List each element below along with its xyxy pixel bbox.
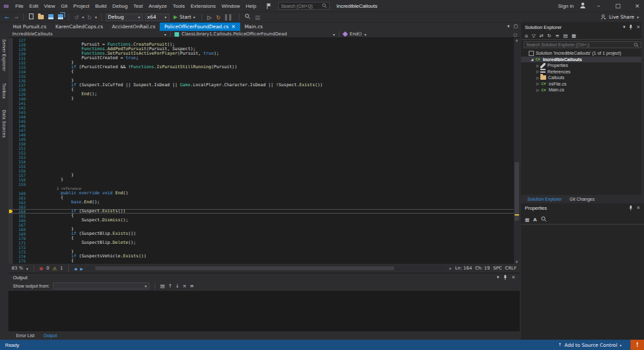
line-number[interactable]: 167 — [8, 223, 30, 227]
notification-indicator[interactable]: ! — [630, 340, 644, 350]
code-line[interactable]: 151 — [8, 146, 514, 151]
line-number[interactable]: 155 — [8, 164, 30, 169]
redo-icon[interactable]: ↻ — [86, 14, 93, 21]
code-line[interactable]: 146 — [8, 124, 514, 128]
warning-count-icon[interactable]: ⚠ — [53, 266, 57, 272]
code-line[interactable]: 147 — [8, 128, 514, 133]
editor-horizontal-scrollbar[interactable] — [88, 266, 444, 271]
close-icon[interactable]: × — [231, 24, 236, 30]
line-number[interactable]: 174 — [8, 254, 30, 259]
menu-view[interactable]: View — [41, 3, 58, 9]
add-to-source-control-button[interactable]: Add to Source Control — [564, 342, 617, 348]
code-line[interactable]: 159 — [8, 182, 514, 187]
tree-item-callouts[interactable]: ▷Callouts — [521, 75, 644, 81]
code-line[interactable]: 155 — [8, 164, 514, 169]
code-line[interactable]: 133 if (PursuitCreated && !Functions.IsP… — [8, 65, 514, 69]
properties-icon[interactable]: ▦ — [572, 33, 576, 39]
line-number[interactable]: 146 — [8, 124, 30, 128]
expander-icon[interactable]: ▷ — [535, 88, 540, 92]
line-number[interactable]: 161 — [8, 196, 30, 200]
line-number[interactable]: 138 — [8, 88, 30, 92]
tree-item-solution-incrediblecallouts-1-of-1-project[interactable]: Solution 'IncredibleCallouts' (1 of 1 pr… — [521, 50, 644, 57]
breadcrumb-type-dropdown[interactable]: ClassLibrary1.Callouts.PoliceOfficerFoun… — [171, 31, 339, 37]
line-number[interactable]: 140 — [8, 97, 30, 101]
pin-icon[interactable] — [629, 24, 633, 30]
code-line[interactable]: 135 — [8, 74, 514, 78]
line-number[interactable]: 158 — [8, 178, 30, 182]
code-line[interactable]: 152 — [8, 151, 514, 155]
tree-item-inifile-cs[interactable]: ▷C#IniFile.cs — [521, 81, 644, 88]
scroll-up-icon[interactable]: ▲ — [514, 38, 520, 42]
tab-main-cs[interactable]: Main.cs — [240, 23, 267, 31]
line-number[interactable]: 156 — [8, 169, 30, 173]
menu-edit[interactable]: Edit — [26, 3, 41, 9]
code-line[interactable]: 141 — [8, 101, 514, 106]
line-number[interactable]: 171 — [8, 241, 30, 245]
sign-in-link[interactable]: Sign in — [558, 3, 574, 9]
line-number[interactable]: 159 — [8, 182, 30, 187]
line-number[interactable]: 128 — [8, 42, 30, 47]
menu-debug[interactable]: Debug — [109, 3, 131, 9]
navigate-backward-icon[interactable]: ← — [3, 14, 10, 21]
spaces-indicator[interactable]: SPC — [493, 266, 502, 271]
find-in-files-icon[interactable] — [243, 14, 252, 21]
output-content[interactable] — [8, 291, 520, 331]
expander-icon[interactable]: ◢ — [529, 57, 535, 61]
show-all-files-icon[interactable]: ≡ — [555, 33, 559, 39]
solution-explorer-sync-icon[interactable]: ▤ — [254, 14, 261, 21]
menu-analyze[interactable]: Analyze — [146, 3, 169, 9]
live-share-button[interactable]: Live Share ▾ — [601, 14, 644, 20]
menu-help[interactable]: Help — [243, 3, 259, 9]
menu-build[interactable]: Build — [92, 3, 109, 9]
scrollbar-thumb[interactable] — [95, 266, 394, 270]
side-tab-server-explorer[interactable]: Server Explorer — [2, 39, 6, 71]
scroll-right-icon[interactable]: ▶ — [450, 266, 452, 270]
line-number[interactable]: 143 — [8, 110, 30, 115]
editor-vertical-scrollbar[interactable]: ▲ ▼ — [514, 38, 520, 264]
break-all-icon[interactable]: ▍▍ — [224, 14, 235, 21]
user-avatar-icon[interactable] — [580, 2, 586, 10]
side-tab-toolbox[interactable]: Toolbox — [2, 83, 6, 99]
code-line[interactable]: 150 — [8, 142, 514, 146]
line-number[interactable]: 139 — [8, 92, 30, 97]
column-indicator[interactable]: Ch: 19 — [475, 266, 490, 271]
line-number[interactable]: 145 — [8, 119, 30, 124]
pin-icon[interactable] — [503, 275, 507, 281]
code-line[interactable]: 137 if (Suspect.IsCuffed || Suspect.IsDe… — [8, 83, 514, 88]
refresh-icon[interactable]: ↻ — [547, 33, 551, 39]
toggle-word-wrap-icon[interactable]: ≡ — [190, 283, 194, 289]
output-source-dropdown[interactable]: ▾ — [53, 282, 149, 290]
scroll-down-icon[interactable]: ▼ — [514, 260, 520, 264]
code-line[interactable]: 174 if (SuspectsVehicle.Exists()) — [8, 254, 514, 259]
code-line[interactable]: 160 public override void End() — [8, 191, 514, 196]
categorized-icon[interactable]: ▦ — [525, 217, 529, 223]
notifications-flag-icon[interactable] — [267, 3, 272, 9]
code-line[interactable]: 172 — [8, 245, 514, 250]
code-line[interactable]: 164 if (Suspect.Exists()) — [8, 209, 514, 214]
code-line[interactable]: 143 — [8, 110, 514, 115]
line-number[interactable]: 131 — [8, 56, 30, 60]
start-debugging-button[interactable]: ▶ Start ▾ — [171, 14, 198, 20]
window-position-icon[interactable]: ▾ — [623, 24, 626, 30]
home-icon[interactable]: ⌂ — [525, 33, 528, 39]
line-number[interactable]: 175 — [8, 259, 30, 263]
window-position-icon[interactable]: ▾ — [497, 275, 500, 280]
line-number[interactable]: 172 — [8, 245, 30, 250]
menu-tools[interactable]: Tools — [170, 3, 188, 9]
tab-hot-pursuit-cs[interactable]: Hot Pursuit.cs — [8, 23, 51, 31]
tab-accidentonrail-cs[interactable]: AccidentOnRail.cs — [108, 23, 160, 31]
line-number[interactable]: 141 — [8, 101, 30, 106]
line-number[interactable]: 168 — [8, 227, 30, 232]
line-number[interactable]: 166 — [8, 218, 30, 223]
line-number[interactable] — [8, 187, 30, 191]
panel-tab-solution-explorer[interactable]: Solution Explorer — [524, 197, 565, 201]
float-window-icon[interactable]: ▢ — [513, 24, 518, 29]
line-number[interactable]: 135 — [8, 74, 30, 78]
panel-scrollbar[interactable] — [641, 0, 644, 195]
menu-git[interactable]: Git — [58, 3, 70, 9]
tree-item-references[interactable]: ▷References — [521, 69, 644, 75]
scrollbar-thumb[interactable] — [515, 162, 519, 221]
panel-tab-git-changes[interactable]: Git Changes — [565, 197, 598, 201]
error-count[interactable]: 0 — [46, 266, 49, 271]
tree-item-main-cs[interactable]: ▷C#Main.cs — [521, 87, 644, 93]
